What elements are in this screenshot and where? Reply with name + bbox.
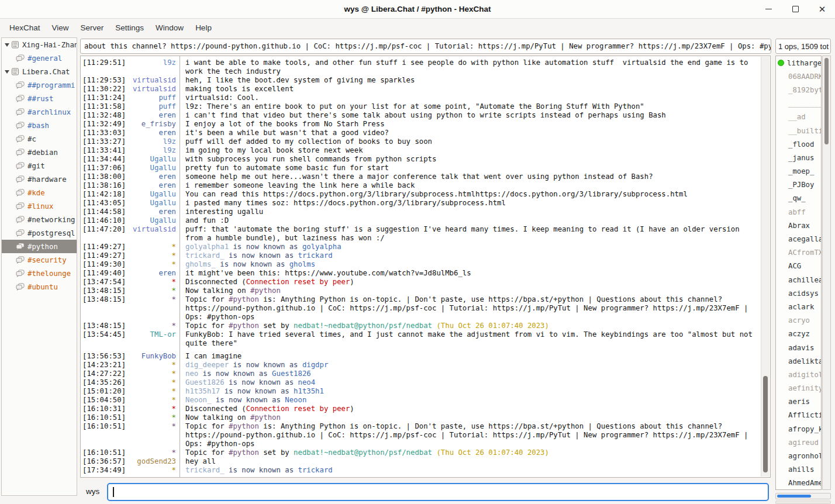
sidebar-item-ubuntu[interactable]: #ubuntu [2,280,77,294]
nick: * [172,396,176,405]
sidebar-item-rust[interactable]: ##rust [2,92,77,105]
user-list-item[interactable]: _qw_ [776,192,821,205]
user-list-item[interactable]: acryo [776,314,821,327]
user-list-item[interactable]: adigitole [776,368,821,381]
chat-line-meta: [11:32:49]e_frisby [82,120,176,129]
maximize-icon[interactable] [791,5,800,14]
user-list-scrollbar[interactable] [822,56,831,490]
menu-window[interactable]: Window [150,20,189,35]
chat-line-meta: [11:31:24]puff [82,94,176,102]
user-list-item[interactable]: ahills [776,463,821,477]
user-list-item[interactable]: abff [776,205,821,219]
sidebar-item-programmi[interactable]: ##programmi [2,78,77,92]
chat-line-meta: [17:34:49]* [82,466,176,475]
chat-line: [11:33:27]l9zpuff will def added to my c… [82,137,760,146]
message-text: with subprocess you run shell commands f… [185,155,760,164]
user-list-item[interactable]: __ad [776,111,821,124]
user-nick: agireud [788,439,819,447]
chat-area[interactable]: [11:29:51]l9zi want be able to make tool… [80,56,771,478]
user-list-item[interactable]: _janus [776,151,821,164]
channel-icon [16,175,25,183]
sidebar-item-debian[interactable]: #debian [2,146,77,159]
user-list-item[interactable]: litharge [776,56,821,70]
sidebar-item-archlinux[interactable]: #archlinux [2,105,77,119]
user-list-item[interactable]: acidsys [776,286,821,300]
sidebar-item-networking[interactable]: #networking [2,213,77,226]
user-list-item[interactable]: Afflictio [776,409,821,422]
sidebar-item-git[interactable]: #git [2,159,77,172]
message-input[interactable] [107,483,769,501]
user-list-item[interactable]: agireud [776,436,821,449]
sidebar-item-c[interactable]: #c [2,132,77,146]
menu-help[interactable]: Help [189,20,218,35]
bottom-strip [775,500,831,504]
chat-line: [11:49:27]*trickard_ is now known as tri… [82,251,760,260]
message-text: Topic for #python is: Anything Python is… [185,295,760,322]
user-list-item[interactable]: Abrax [776,219,821,232]
user-list-item[interactable]: acegalla- [776,232,821,246]
message-text: Disconnected (Connection reset by peer) [185,405,760,413]
chat-line-meta: [16:10:31]* [82,405,176,413]
menu-settings[interactable]: Settings [109,20,150,35]
sidebar-item-linux[interactable]: #linux [2,199,77,213]
chat-line-meta: [14:27:22]* [82,370,176,378]
chat-line: [13:48:15]*Now talking on #python [82,286,760,295]
user-list-item[interactable]: ACG [776,260,821,273]
user-list-hscrollbar-thumb[interactable] [777,495,811,498]
close-icon[interactable]: ✕ [817,5,827,14]
chat-scrollbar-thumb[interactable] [763,376,768,472]
menu-view[interactable]: View [46,20,75,35]
user-list-item[interactable]: aclark [776,300,821,313]
user-list-item[interactable]: _flood [776,137,821,151]
sidebar-server-libera.chat[interactable]: Libera.Chat [2,65,77,78]
user-list-item[interactable]: aefinity [776,382,821,395]
menu-hexchat[interactable]: HexChat [4,20,46,35]
sidebar-item-hardware[interactable]: #hardware [2,172,77,186]
server-tree[interactable]: Xing-Hai-Zhan#generalLibera.Chat##progra… [1,37,77,496]
nick: * [172,405,176,413]
user-list-item[interactable]: adavis [776,341,821,354]
user-list-item[interactable]: agronholm [776,449,821,462]
menu-server[interactable]: Server [75,20,110,35]
own-nick-label[interactable]: wys [86,487,99,496]
user-list-item[interactable]: afropy_ke [776,422,821,436]
user-list-item[interactable]: __builtin [776,124,821,137]
minimize-icon[interactable] [764,5,773,14]
user-list-item[interactable]: AhmedAmer [776,477,821,490]
user-list-item[interactable]: ACfromTX [776,246,821,260]
sidebar-item-python[interactable]: #python [2,240,77,253]
message-text: Topic for #python set by nedbat!~nedbat@… [185,448,760,457]
message-text: l9z: There's an entire book to put on yo… [185,102,760,111]
user-list-scrollbar-thumb[interactable] [824,58,829,144]
message-text: pretty fun to automate some basic fun fo… [185,164,760,172]
user-list-item[interactable]: 068AADRKN [776,70,821,83]
titlebar[interactable]: wys @ Libera.Chat / #python - HexChat ✕ [0,0,835,19]
chat-scrollbar[interactable] [761,57,770,477]
user-list-item[interactable]: aczyz [776,327,821,341]
user-list-item[interactable]: ________ [776,97,821,111]
user-list-item[interactable]: achilleas [776,273,821,286]
sidebar-item-security[interactable]: #security [2,253,77,267]
channel-icon [16,81,25,89]
sidebar-item-kde[interactable]: #kde [2,186,77,199]
expander-icon[interactable] [5,70,9,74]
sidebar-item-bash[interactable]: #bash [2,119,77,132]
timestamp: [11:42:18] [82,190,126,199]
sidebar-server-xing-hai-zhan[interactable]: Xing-Hai-Zhan [2,38,77,51]
user-list-item[interactable]: adeliktas [776,354,821,368]
user-list-item[interactable]: aeris [776,395,821,409]
nick: * [172,387,176,396]
message-text: Now talking on #python [185,413,760,422]
sidebar-item-postgresql[interactable]: #postgresql [2,226,77,240]
user-list-item[interactable]: _PJBoy [776,178,821,192]
user-list-item[interactable]: _moep_ [776,165,821,178]
user-list[interactable]: litharge068AADRKN_8192byte__________ad__… [775,56,822,490]
expander-icon[interactable] [5,43,9,47]
message-text: it might've been this: https://www.youtu… [185,269,760,278]
user-list-hscrollbar[interactable] [775,493,831,499]
sidebar-item-general[interactable]: #general [2,51,77,65]
user-list-item[interactable]: _8192byte [776,83,821,96]
topic-input[interactable]: about this channel? https://pound-python… [80,39,771,54]
tree-label: #c [27,135,36,143]
sidebar-item-thelounge[interactable]: #thelounge [2,267,77,280]
